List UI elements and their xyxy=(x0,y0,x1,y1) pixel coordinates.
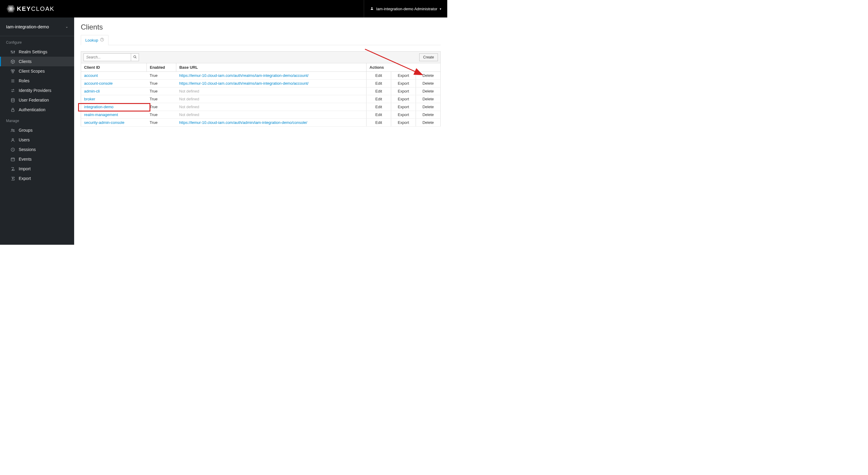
client-link[interactable]: security-admin-console xyxy=(84,120,124,125)
tab-lookup[interactable]: Lookup xyxy=(81,35,108,45)
client-link[interactable]: realm-management xyxy=(84,113,118,117)
search-input[interactable] xyxy=(84,53,131,61)
clients-table: Client ID Enabled Base URL Actions accou… xyxy=(81,63,441,127)
base-url-link[interactable]: https://lemur-10.cloud-iam.com/auth/admi… xyxy=(179,120,307,125)
chevron-down-icon: ▾ xyxy=(440,7,441,10)
search-button[interactable] xyxy=(131,53,139,61)
export-action[interactable]: Export xyxy=(391,95,416,103)
sidebar-item-users[interactable]: Users xyxy=(0,135,74,145)
cell-enabled: True xyxy=(147,119,176,127)
export-action[interactable]: Export xyxy=(391,111,416,119)
sidebar-item-realm-settings[interactable]: Realm Settings xyxy=(0,47,74,57)
table-row: admin-cliTrueNot definedEditExportDelete xyxy=(81,87,441,95)
delete-action[interactable]: Delete xyxy=(416,111,441,119)
sidebar-item-label: Import xyxy=(19,166,31,171)
col-base-url: Base URL xyxy=(176,63,367,72)
sidebar-item-groups[interactable]: Groups xyxy=(0,125,74,135)
cell-base-url: https://lemur-10.cloud-iam.com/auth/admi… xyxy=(176,119,367,127)
edit-action[interactable]: Edit xyxy=(367,72,391,80)
svg-point-30 xyxy=(102,40,102,41)
table-row: brokerTrueNot definedEditExportDelete xyxy=(81,95,441,103)
sidebar-item-sessions[interactable]: Sessions xyxy=(0,145,74,154)
export-action[interactable]: Export xyxy=(391,87,416,95)
client-link[interactable]: account-console xyxy=(84,81,113,86)
table-row: integration-demoTrueNot definedEditExpor… xyxy=(81,103,441,111)
svg-point-21 xyxy=(12,138,13,140)
delete-action[interactable]: Delete xyxy=(416,72,441,80)
delete-action[interactable]: Delete xyxy=(416,119,441,127)
export-icon xyxy=(10,176,15,181)
delete-action[interactable]: Delete xyxy=(416,103,441,111)
sidebar-item-user-federation[interactable]: User Federation xyxy=(0,95,74,105)
sidebar-item-label: Clients xyxy=(19,59,32,64)
sidebar-item-label: Authentication xyxy=(19,107,45,112)
sidebar-item-import[interactable]: Import xyxy=(0,164,74,173)
sidebar-section-manage: Manage xyxy=(0,115,74,125)
swap-icon xyxy=(10,88,15,93)
edit-action[interactable]: Edit xyxy=(367,87,391,95)
cell-client-id: realm-management xyxy=(81,111,147,119)
groups-icon xyxy=(10,128,15,133)
user-icon xyxy=(370,7,374,11)
scopes-icon xyxy=(10,69,15,73)
base-url-link[interactable]: https://lemur-10.cloud-iam.com/auth/real… xyxy=(179,73,309,78)
svg-point-20 xyxy=(13,129,14,130)
delete-action[interactable]: Delete xyxy=(416,87,441,95)
export-action[interactable]: Export xyxy=(391,103,416,111)
edit-action[interactable]: Edit xyxy=(367,103,391,111)
sidebar-item-label: Realm Settings xyxy=(19,50,47,54)
cell-enabled: True xyxy=(147,87,176,95)
keycloak-logo-icon xyxy=(6,4,16,13)
not-defined-label: Not defined xyxy=(179,104,199,109)
realm-name: Iam-integration-demo xyxy=(6,24,49,29)
brand-logo[interactable]: KEYCLOAK xyxy=(6,4,55,13)
svg-point-12 xyxy=(13,69,14,71)
svg-point-11 xyxy=(11,69,12,71)
sidebar-item-roles[interactable]: Roles xyxy=(0,76,74,86)
client-link[interactable]: integration-demo xyxy=(84,104,114,109)
cell-client-id: security-admin-console xyxy=(81,119,147,127)
svg-point-19 xyxy=(11,129,13,130)
cell-base-url: Not defined xyxy=(176,103,367,111)
create-button[interactable]: Create xyxy=(419,53,438,61)
cell-client-id: admin-cli xyxy=(81,87,147,95)
client-link[interactable]: broker xyxy=(84,97,95,101)
edit-action[interactable]: Edit xyxy=(367,95,391,103)
not-defined-label: Not defined xyxy=(179,97,199,101)
export-action[interactable]: Export xyxy=(391,72,416,80)
export-action[interactable]: Export xyxy=(391,80,416,87)
table-row: account-consoleTruehttps://lemur-10.clou… xyxy=(81,80,441,87)
svg-point-7 xyxy=(11,51,12,52)
delete-action[interactable]: Delete xyxy=(416,95,441,103)
sidebar-item-events[interactable]: Events xyxy=(0,154,74,164)
col-enabled: Enabled xyxy=(147,63,176,72)
user-menu[interactable]: Iam-integration-demo Administrator ▾ xyxy=(364,0,441,18)
sidebar-item-clients[interactable]: Clients xyxy=(0,57,74,66)
page-title: Clients xyxy=(81,23,441,31)
sidebar-item-client-scopes[interactable]: Client Scopes xyxy=(0,66,74,76)
cell-base-url: https://lemur-10.cloud-iam.com/auth/real… xyxy=(176,80,367,87)
client-link[interactable]: admin-cli xyxy=(84,89,100,93)
export-action[interactable]: Export xyxy=(391,119,416,127)
svg-point-31 xyxy=(133,56,135,58)
edit-action[interactable]: Edit xyxy=(367,80,391,87)
svg-point-17 xyxy=(11,98,14,99)
col-client-id: Client ID xyxy=(81,63,147,72)
sidebar-item-authentication[interactable]: Authentication xyxy=(0,105,74,115)
col-actions: Actions xyxy=(367,63,441,72)
base-url-link[interactable]: https://lemur-10.cloud-iam.com/auth/real… xyxy=(179,81,309,86)
user-display-name: Iam-integration-demo Administrator xyxy=(376,7,437,11)
client-link[interactable]: account xyxy=(84,73,98,78)
realm-selector[interactable]: Iam-integration-demo ⌄ xyxy=(0,18,74,36)
cube-icon xyxy=(10,59,15,64)
toolbar: Create xyxy=(81,51,441,63)
sidebar-item-label: Identity Providers xyxy=(19,88,51,93)
delete-action[interactable]: Delete xyxy=(416,80,441,87)
sidebar-item-identity-providers[interactable]: Identity Providers xyxy=(0,86,74,95)
sidebar-item-export[interactable]: Export xyxy=(0,173,74,183)
edit-action[interactable]: Edit xyxy=(367,119,391,127)
edit-action[interactable]: Edit xyxy=(367,111,391,119)
help-icon[interactable] xyxy=(100,38,104,42)
import-icon xyxy=(10,166,15,171)
sidebar-item-label: Roles xyxy=(19,78,30,83)
